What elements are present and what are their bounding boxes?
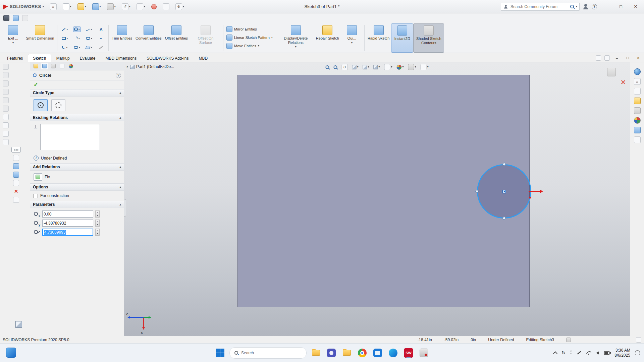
sketch-origin[interactable] <box>529 190 546 200</box>
dropdown-arrow-icon[interactable]: ▾ <box>271 36 273 39</box>
solidworks-resources-icon[interactable] <box>634 68 641 75</box>
graphics-area[interactable]: ▸ Part1 (Default<<De... ↺ ▾ ▾ ▾ ▾ ▾ ▾ ▾ <box>124 62 630 336</box>
filter-grid-icon[interactable] <box>13 163 19 169</box>
move-entities-button[interactable]: Move Entities ▾ <box>225 42 274 50</box>
appearances-icon[interactable] <box>634 117 641 124</box>
center-x-input[interactable]: 0.00 <box>42 210 93 218</box>
rapid-sketch-button[interactable]: Rapid Sketch <box>366 23 391 53</box>
macro-record-button[interactable] <box>150 3 158 10</box>
previous-command-icon[interactable] <box>13 180 19 186</box>
offset-entities-button[interactable]: Offset Entities <box>163 23 190 53</box>
hide-show-items-button[interactable]: ▾ <box>383 63 393 71</box>
home-button[interactable]: ⌂ <box>49 2 58 11</box>
linear-sketch-pattern-button[interactable]: Linear Sketch Pattern ▾ <box>225 33 274 42</box>
section-existing-relations[interactable]: Existing Relations ▴ <box>30 114 124 121</box>
file-explorer-button[interactable] <box>310 347 322 359</box>
confirmation-corner-cancel[interactable]: ✕ <box>621 78 626 86</box>
window-restore-button[interactable]: □ <box>615 2 627 11</box>
document-restore-button[interactable]: □ <box>624 55 631 61</box>
new-document-button[interactable]: ▾ <box>62 2 72 11</box>
folder-button[interactable] <box>341 347 353 359</box>
tab-mbd-dimensions[interactable]: MBD Dimensions <box>100 54 142 62</box>
dimxpertmanager-tab[interactable] <box>58 63 66 69</box>
magnet-snap-icon[interactable] <box>13 197 19 203</box>
previous-view-button[interactable]: ↺ <box>340 63 348 71</box>
undo-button[interactable]: ↺▾ <box>121 2 131 11</box>
tab-markup[interactable]: Markup <box>51 54 75 62</box>
flyout-arrow-icon[interactable]: ▸ <box>127 65 128 68</box>
exit-sketch-button[interactable]: Exit ... ▾ <box>2 23 24 53</box>
zoom-to-fit-button[interactable] <box>324 65 330 70</box>
sync-icon[interactable]: ↻ <box>561 350 565 355</box>
collapse-icon[interactable]: ▴ <box>119 203 121 206</box>
document-close-button[interactable]: ✕ <box>635 55 642 61</box>
tab-solidworks-addins[interactable]: SOLIDWORKS Add-Ins <box>142 54 194 62</box>
panel-splitter-handle[interactable] <box>124 199 126 217</box>
solidworks-logo[interactable]: SOLIDWORKS ▸ <box>3 4 44 9</box>
clock[interactable]: 3:36 AM 8/6/2025 <box>614 348 630 358</box>
collapse-icon[interactable]: ▴ <box>119 91 121 95</box>
teams-button[interactable] <box>325 347 337 359</box>
configurationmanager-tab[interactable] <box>50 63 57 69</box>
dropdown-arrow-icon[interactable]: ▾ <box>91 46 92 49</box>
image-capture-icon[interactable] <box>13 15 19 21</box>
line-tool[interactable]: ▾ <box>61 27 68 32</box>
start-button[interactable] <box>214 347 226 359</box>
fix-relation-button[interactable] <box>34 173 42 181</box>
pen-icon[interactable] <box>577 351 581 354</box>
quick-snaps-button[interactable]: Qui... ▾ <box>341 23 363 53</box>
cad-utility-button[interactable] <box>418 347 430 359</box>
ok-button[interactable]: ✓ <box>34 81 38 88</box>
design-library-icon[interactable] <box>634 88 641 95</box>
dropdown-arrow-icon[interactable]: ▾ <box>427 66 429 68</box>
community-search[interactable]: ▾ <box>501 3 580 11</box>
displaymanager-tab[interactable] <box>67 63 74 69</box>
new-window-icon[interactable] <box>604 55 610 61</box>
document-minimize-button[interactable]: – <box>613 55 621 61</box>
home-tab-icon[interactable]: ⌂ <box>634 78 641 85</box>
center-circle-button[interactable] <box>34 99 48 111</box>
selection-filter-icon[interactable] <box>13 172 19 178</box>
dropdown-arrow-icon[interactable]: ▾ <box>144 5 145 8</box>
dropdown-arrow-icon[interactable]: ▾ <box>415 66 416 68</box>
units-icon[interactable] <box>566 338 571 342</box>
view-palette-icon[interactable] <box>634 107 641 114</box>
featuremanager-tab[interactable] <box>32 63 40 69</box>
center-x-spinner[interactable]: ▴▾ <box>95 210 100 218</box>
dropdown-arrow-icon[interactable]: ▾ <box>402 66 404 68</box>
file-properties-button[interactable] <box>162 2 170 11</box>
ellipse-tool[interactable]: ▾ <box>85 36 93 41</box>
dropdown-arrow-icon[interactable]: ▾ <box>368 66 369 68</box>
dropdown-arrow-icon[interactable]: ▾ <box>70 5 71 8</box>
dropdown-arrow-icon[interactable]: ▾ <box>183 5 184 8</box>
propertymanager-tab[interactable] <box>41 63 48 69</box>
tab-evaluate[interactable]: Evaluate <box>75 54 101 62</box>
widgets-icon[interactable] <box>6 348 16 358</box>
dropdown-arrow-icon[interactable]: ▾ <box>391 66 392 68</box>
arc-tool[interactable]: ▾ <box>73 36 80 41</box>
dropdown-arrow-icon[interactable]: ▾ <box>114 5 116 8</box>
circle-tool[interactable]: ▾ <box>73 26 81 32</box>
community-search-input[interactable] <box>511 4 568 9</box>
section-options[interactable]: Options ▴ <box>30 183 124 191</box>
section-circle-type[interactable]: Circle Type ▴ <box>30 89 124 97</box>
center-y-input[interactable]: -4.38788932 <box>42 220 93 227</box>
solidworks-taskbar-button[interactable]: SW <box>402 347 415 359</box>
open-button[interactable]: ▾ <box>76 2 87 11</box>
file-explorer-icon[interactable] <box>634 98 641 104</box>
microsoft-store-button[interactable] <box>372 347 384 359</box>
magnifier-icon[interactable] <box>13 155 19 161</box>
spline-tool[interactable]: ▾ <box>85 27 93 32</box>
dropdown-arrow-icon[interactable]: ▾ <box>91 28 92 31</box>
esc-key-icon[interactable]: Esc <box>11 147 21 153</box>
select-button[interactable]: ▾ <box>136 2 146 11</box>
microphone-icon[interactable] <box>570 351 572 354</box>
text-tool[interactable]: A <box>99 26 103 33</box>
save-button[interactable]: ▾ <box>91 2 102 11</box>
dropdown-arrow-icon[interactable]: ▾ <box>78 28 80 31</box>
login-user-icon[interactable] <box>583 4 588 9</box>
select-arrow-icon[interactable] <box>3 114 9 120</box>
dropdown-arrow-icon[interactable]: ▾ <box>100 5 101 8</box>
collapse-icon[interactable]: ▴ <box>119 116 121 119</box>
tab-sketch[interactable]: Sketch <box>28 54 51 62</box>
